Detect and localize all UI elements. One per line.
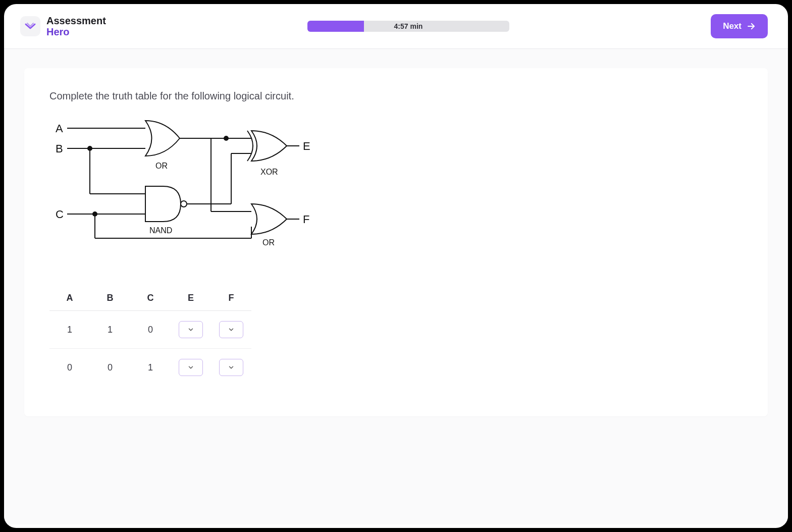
circuit-input-b: B bbox=[56, 142, 63, 155]
th-a: A bbox=[49, 288, 90, 311]
th-b: B bbox=[90, 288, 130, 311]
th-e: E bbox=[171, 288, 211, 311]
app-window: Assessment Hero 4:57 min Next Complete t… bbox=[4, 4, 788, 528]
gate-label-nand: NAND bbox=[149, 226, 172, 235]
circuit-input-a: A bbox=[56, 122, 63, 135]
svg-point-12 bbox=[224, 136, 228, 140]
gate-label-xor: XOR bbox=[260, 168, 278, 176]
circuit-diagram: A B C E F OR NAND XOR OR bbox=[49, 113, 342, 259]
progress-wrap: 4:57 min bbox=[106, 21, 711, 32]
brand-line2: Hero bbox=[46, 26, 106, 37]
brand-line1: Assessment bbox=[46, 15, 106, 26]
th-c: C bbox=[130, 288, 171, 311]
select-e-row2[interactable] bbox=[179, 359, 203, 376]
cell-c: 1 bbox=[130, 349, 171, 387]
cell-a: 0 bbox=[49, 349, 90, 387]
content-area: Complete the truth table for the followi… bbox=[4, 49, 788, 524]
chevron-down-icon bbox=[187, 326, 194, 333]
select-f-row1[interactable] bbox=[219, 321, 243, 338]
next-button[interactable]: Next bbox=[711, 14, 768, 38]
circuit-output-f: F bbox=[303, 213, 309, 226]
progress-bar: 4:57 min bbox=[307, 21, 509, 32]
chevron-down-icon bbox=[187, 364, 194, 371]
cell-a: 1 bbox=[49, 311, 90, 349]
arrow-right-icon bbox=[747, 22, 756, 31]
question-prompt: Complete the truth table for the followi… bbox=[49, 90, 743, 102]
table-row: 0 0 1 bbox=[49, 349, 251, 387]
question-card: Complete the truth table for the followi… bbox=[24, 68, 768, 416]
cell-b: 1 bbox=[90, 311, 130, 349]
th-f: F bbox=[211, 288, 251, 311]
gate-label-or2: OR bbox=[262, 238, 275, 247]
header: Assessment Hero 4:57 min Next bbox=[4, 4, 788, 49]
chevron-down-icon bbox=[228, 364, 235, 371]
select-f-row2[interactable] bbox=[219, 359, 243, 376]
progress-fill bbox=[307, 21, 364, 32]
next-button-label: Next bbox=[723, 21, 742, 31]
cell-b: 0 bbox=[90, 349, 130, 387]
progress-label: 4:57 min bbox=[394, 22, 423, 30]
brand: Assessment Hero bbox=[20, 15, 106, 37]
chevron-down-icon bbox=[228, 326, 235, 333]
circuit-input-c: C bbox=[56, 208, 64, 221]
circuit-output-e: E bbox=[303, 140, 310, 152]
logo-icon bbox=[20, 16, 40, 36]
brand-text: Assessment Hero bbox=[46, 15, 106, 37]
gate-label-or1: OR bbox=[155, 162, 168, 170]
cell-c: 0 bbox=[130, 311, 171, 349]
table-row: 1 1 0 bbox=[49, 311, 251, 349]
svg-point-15 bbox=[181, 201, 187, 207]
select-e-row1[interactable] bbox=[179, 321, 203, 338]
truth-table: A B C E F 1 1 0 bbox=[49, 288, 251, 386]
